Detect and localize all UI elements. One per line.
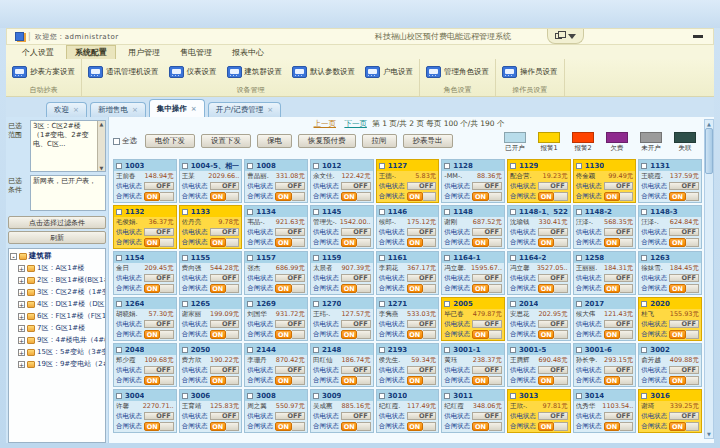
switch-on-toggle[interactable]: ON (341, 192, 371, 201)
card-checkbox[interactable] (444, 301, 450, 307)
expander-icon[interactable]: + (18, 361, 25, 368)
meter-card[interactable]: 2144李珊丹870.42元供电状态OFF合闸状态ON (244, 343, 308, 387)
tab-close-icon[interactable]: × (73, 106, 79, 114)
card-checkbox[interactable] (247, 163, 253, 169)
toolbar-button-1[interactable]: 设置下发 (201, 134, 251, 148)
switch-on-toggle[interactable]: ON (144, 192, 174, 201)
card-checkbox[interactable] (444, 393, 450, 399)
toolbar-button-3[interactable]: 恢复预付费 (298, 134, 356, 148)
on-pill[interactable]: ON (341, 376, 357, 385)
switch-on-toggle[interactable]: ON (210, 422, 240, 431)
meter-card[interactable]: 1161李莉花367.17元供电状态OFF合闸状态ON (376, 251, 440, 295)
next-page-link[interactable]: 下一页 (344, 119, 367, 128)
expander-icon[interactable]: + (18, 325, 25, 332)
meter-card[interactable]: 1164-2冯立馨3527.05..供电状态OFF合闸状态ON (507, 251, 571, 295)
on-pill[interactable]: ON (210, 330, 226, 339)
supply-off-toggle[interactable]: OFF (144, 320, 174, 328)
toolbar-button-4[interactable]: 拉闸 (362, 134, 397, 148)
on-pill[interactable]: ON (275, 192, 291, 201)
tab-0[interactable]: 欢迎× (46, 102, 87, 117)
card-checkbox[interactable] (247, 347, 253, 353)
meter-card[interactable]: 1164-1冯立馨.1595.67..供电状态OFF合闸状态ON (441, 251, 505, 295)
toolbar-button-0[interactable]: 电价下发 (145, 134, 195, 148)
on-pill[interactable]: ON (341, 330, 357, 339)
switch-on-toggle[interactable]: ON (472, 422, 502, 431)
switch-on-toggle[interactable]: ON (472, 238, 502, 247)
on-pill[interactable]: ON (669, 376, 685, 385)
ribbon-button-1-0[interactable]: 通讯管理机设置 (88, 66, 159, 78)
tab-2[interactable]: 集中操作× (149, 99, 205, 117)
choose-filter-button[interactable]: 点击选择过滤条件 (8, 216, 106, 229)
meter-card[interactable]: 1148-2汪泽-.568.35元供电状态OFF合闸状态ON (573, 205, 637, 249)
switch-on-toggle[interactable]: ON (604, 238, 634, 247)
expander-icon[interactable]: + (18, 277, 25, 284)
switch-on-toggle[interactable]: ON (472, 376, 502, 385)
supply-off-toggle[interactable]: OFF (144, 412, 174, 420)
range-scrollbar[interactable]: ▲▼ (97, 121, 105, 171)
supply-off-toggle[interactable]: OFF (341, 228, 371, 236)
card-checkbox[interactable] (116, 255, 122, 261)
meter-card[interactable]: 3001-5王腾辉690.48元供电状态OFF合闸状态ON (507, 343, 571, 387)
on-pill[interactable]: ON (538, 422, 554, 431)
switch-on-toggle[interactable]: ON (210, 192, 240, 201)
menu-item-3[interactable]: 售电管理 (172, 46, 220, 59)
menu-item-1[interactable]: 系统配置 (66, 45, 116, 60)
meter-card[interactable]: 3001-1黄珏238.37元供电状态OFF合闸状态ON (441, 343, 505, 387)
on-pill[interactable]: ON (472, 422, 488, 431)
meter-card[interactable]: 2014安思花202.95元供电状态OFF合闸状态ON (507, 297, 571, 341)
card-checkbox[interactable] (444, 255, 450, 261)
card-checkbox[interactable] (576, 255, 582, 261)
on-pill[interactable]: ON (341, 238, 357, 247)
meter-card[interactable]: 1008曹晶丽.331.08元供电状态OFF合闸状态ON (244, 159, 308, 203)
switch-on-toggle[interactable]: ON (604, 422, 634, 431)
on-pill[interactable]: ON (275, 238, 291, 247)
select-all-checkbox[interactable] (113, 138, 120, 145)
meter-card[interactable]: 3014仇秀华1103.54..供电状态OFF合闸状态ON (573, 389, 637, 433)
card-checkbox[interactable] (576, 163, 582, 169)
card-checkbox[interactable] (641, 393, 647, 399)
meter-card[interactable]: 1264胡晓娟.57.30元供电状态OFF合闸状态ON (113, 297, 177, 341)
switch-on-toggle[interactable]: ON (472, 330, 502, 339)
on-pill[interactable]: ON (144, 422, 160, 431)
card-checkbox[interactable] (116, 347, 122, 353)
meter-card[interactable]: 1157张杰686.99元供电状态OFF合闸状态ON (244, 251, 308, 295)
supply-off-toggle[interactable]: OFF (669, 228, 699, 236)
menu-item-2[interactable]: 用户管理 (120, 46, 168, 59)
switch-on-toggle[interactable]: ON (275, 330, 305, 339)
on-pill[interactable]: ON (144, 330, 160, 339)
on-pill[interactable]: ON (275, 376, 291, 385)
switch-on-toggle[interactable]: ON (407, 192, 437, 201)
ribbon-button-0-0[interactable]: 抄表方案设置 (12, 66, 75, 78)
tree-node-8[interactable]: +19区：9#变电站（2# (18, 359, 104, 369)
meter-card[interactable]: 2193侯先生.59.34元供电状态OFF合闸状态ON (376, 343, 440, 387)
supply-off-toggle[interactable]: OFF (144, 274, 174, 282)
on-pill[interactable]: ON (144, 238, 160, 247)
supply-off-toggle[interactable]: OFF (210, 182, 240, 190)
supply-off-toggle[interactable]: OFF (472, 320, 502, 328)
meter-card[interactable]: 1133佐丹亮9.78元供电状态OFF合闸状态ON (179, 205, 243, 249)
on-pill[interactable]: ON (604, 330, 620, 339)
on-pill[interactable]: ON (669, 192, 685, 201)
card-checkbox[interactable] (444, 209, 450, 215)
meter-card[interactable]: 2017候大伟121.43元供电状态OFF合闸状态ON (573, 297, 637, 341)
card-checkbox[interactable] (576, 347, 582, 353)
ribbon-button-2-0[interactable]: 管理角色设置 (426, 66, 489, 78)
card-checkbox[interactable] (313, 163, 319, 169)
switch-on-toggle[interactable]: ON (604, 330, 634, 339)
on-pill[interactable]: ON (341, 284, 357, 293)
on-pill[interactable]: ON (538, 330, 554, 339)
card-checkbox[interactable] (182, 347, 188, 353)
expander-icon[interactable]: + (18, 349, 25, 356)
on-pill[interactable]: ON (275, 284, 291, 293)
card-checkbox[interactable] (641, 301, 647, 307)
supply-off-toggle[interactable]: OFF (144, 182, 174, 190)
expander-icon[interactable]: + (18, 313, 25, 320)
card-checkbox[interactable] (444, 347, 450, 353)
switch-on-toggle[interactable]: ON (210, 284, 240, 293)
on-pill[interactable]: ON (210, 284, 226, 293)
chevron-down-icon[interactable] (568, 34, 576, 39)
meter-card[interactable]: 1146候郎-.175.12元供电状态OFF合闸状态ON (376, 205, 440, 249)
tab-close-icon[interactable]: × (267, 106, 273, 114)
on-pill[interactable]: ON (472, 238, 488, 247)
meter-card[interactable]: 3004许馨2270.71..供电状态OFF合闸状态ON (113, 389, 177, 433)
